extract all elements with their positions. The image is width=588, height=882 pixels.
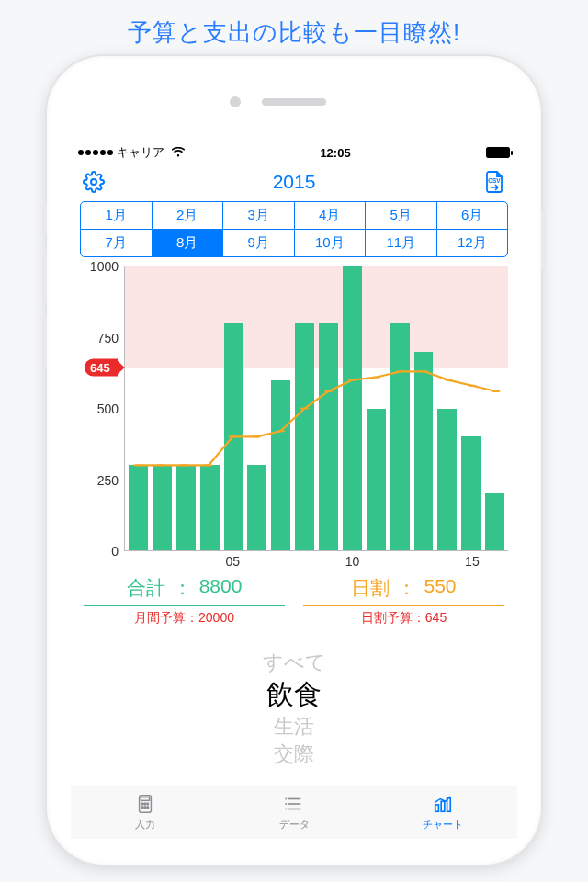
svg-text:CSV: CSV bbox=[488, 177, 501, 184]
x-tick-label: 15 bbox=[465, 554, 480, 569]
month-cell-11[interactable]: 11月 bbox=[366, 230, 437, 256]
tab-data[interactable]: データ bbox=[220, 786, 368, 839]
chart-icon bbox=[431, 794, 455, 816]
y-tick-label: 750 bbox=[97, 331, 119, 345]
year-title: 2015 bbox=[273, 171, 316, 193]
status-bar: キャリア 12:05 bbox=[71, 141, 517, 164]
svg-point-25 bbox=[147, 807, 149, 808]
carrier-label: キャリア bbox=[117, 144, 164, 161]
svg-rect-32 bbox=[435, 805, 439, 811]
svg-point-8 bbox=[277, 430, 285, 432]
svg-rect-33 bbox=[441, 801, 445, 811]
svg-point-7 bbox=[253, 435, 261, 437]
tab-label: チャート bbox=[423, 818, 463, 831]
picker-option-2[interactable]: 生活 bbox=[71, 713, 517, 741]
chart-threshold-badge: 645 bbox=[85, 359, 118, 377]
data-icon bbox=[282, 794, 306, 816]
tab-chart[interactable]: チャート bbox=[368, 786, 517, 839]
month-cell-8[interactable]: 8月 bbox=[153, 230, 224, 256]
summary-total-label: 合計 bbox=[127, 575, 165, 601]
month-cell-3[interactable]: 3月 bbox=[223, 202, 295, 229]
wifi-icon bbox=[172, 146, 185, 160]
month-segmented-control: 1月2月3月4月5月6月 7月8月9月10月11月12月 bbox=[80, 201, 508, 257]
month-cell-5[interactable]: 5月 bbox=[366, 202, 437, 229]
input-icon bbox=[133, 794, 157, 816]
summary-daily-budget-value: 645 bbox=[425, 610, 447, 625]
svg-point-0 bbox=[91, 179, 96, 185]
svg-point-13 bbox=[396, 370, 404, 372]
month-cell-10[interactable]: 10月 bbox=[295, 230, 367, 256]
phone-side-button bbox=[42, 315, 47, 370]
month-cell-2[interactable]: 2月 bbox=[153, 202, 224, 229]
svg-point-2 bbox=[132, 464, 141, 466]
svg-point-23 bbox=[141, 807, 143, 808]
summary-total: 合計：8800 月間予算：20000 bbox=[84, 575, 285, 627]
summary-daily-label: 日割 bbox=[351, 575, 390, 601]
svg-point-3 bbox=[157, 464, 165, 466]
summary-total-budget-label: 月間予算 bbox=[134, 610, 186, 625]
header: 2015 CSV bbox=[71, 164, 517, 198]
chart-area: 02505007501000 645 051015 bbox=[71, 259, 517, 551]
tab-label: 入力 bbox=[135, 818, 155, 831]
svg-point-22 bbox=[147, 803, 149, 805]
x-tick-label: 05 bbox=[225, 554, 240, 569]
month-cell-1[interactable]: 1月 bbox=[81, 202, 153, 229]
picker-option-0[interactable]: すべて bbox=[71, 649, 517, 676]
marketing-tagline: 予算と支出の比較も一目瞭然! bbox=[0, 0, 588, 56]
month-cell-7[interactable]: 7月 bbox=[81, 230, 153, 256]
svg-point-10 bbox=[324, 390, 333, 392]
y-tick-label: 250 bbox=[97, 473, 119, 488]
svg-point-4 bbox=[181, 464, 189, 466]
chart-x-axis: 051015 bbox=[125, 554, 508, 571]
svg-point-24 bbox=[144, 807, 146, 808]
svg-rect-19 bbox=[141, 797, 149, 801]
summary-daily: 日割：550 日割予算：645 bbox=[303, 575, 504, 627]
svg-point-16 bbox=[468, 385, 476, 387]
phone-side-button bbox=[42, 249, 47, 304]
phone-side-button bbox=[42, 203, 47, 236]
phone-mock: キャリア 12:05 2015 CSV 1月2月3月4月5月6月 7月8月9月1… bbox=[47, 56, 541, 865]
chart-plot[interactable]: 645 051015 bbox=[124, 266, 508, 551]
csv-export-icon[interactable]: CSV bbox=[482, 170, 506, 194]
y-tick-label: 0 bbox=[111, 544, 119, 559]
summary-total-budget-value: 20000 bbox=[198, 610, 234, 625]
summary-daily-value: 550 bbox=[424, 575, 456, 601]
signal-dots-icon bbox=[78, 150, 113, 155]
svg-point-17 bbox=[492, 390, 500, 392]
svg-point-20 bbox=[141, 803, 143, 805]
svg-point-5 bbox=[205, 464, 213, 466]
svg-point-29 bbox=[285, 798, 287, 800]
chart-trend-line bbox=[125, 266, 508, 550]
month-cell-12[interactable]: 12月 bbox=[437, 230, 508, 256]
tab-input[interactable]: 入力 bbox=[71, 786, 220, 839]
category-picker[interactable]: すべて飲食生活交際 bbox=[71, 649, 517, 768]
x-tick-label: 10 bbox=[345, 554, 360, 569]
month-cell-4[interactable]: 4月 bbox=[295, 202, 367, 229]
svg-point-6 bbox=[229, 435, 237, 437]
chart-y-axis: 02505007501000 bbox=[80, 266, 124, 551]
y-tick-label: 500 bbox=[97, 401, 119, 416]
tab-label: データ bbox=[279, 818, 310, 831]
svg-point-12 bbox=[372, 376, 380, 378]
picker-option-1[interactable]: 飲食 bbox=[71, 676, 517, 714]
y-tick-label: 1000 bbox=[90, 259, 119, 274]
svg-point-9 bbox=[300, 407, 309, 409]
svg-point-11 bbox=[348, 379, 356, 381]
screen: キャリア 12:05 2015 CSV 1月2月3月4月5月6月 7月8月9月1… bbox=[71, 141, 517, 839]
phone-side-button bbox=[541, 212, 546, 269]
gear-icon[interactable] bbox=[82, 170, 106, 194]
svg-point-21 bbox=[144, 803, 146, 805]
svg-point-30 bbox=[285, 803, 287, 805]
month-cell-9[interactable]: 9月 bbox=[223, 230, 295, 256]
picker-option-3[interactable]: 交際 bbox=[71, 741, 517, 768]
summary-total-value: 8800 bbox=[199, 575, 243, 601]
battery-icon bbox=[486, 147, 510, 158]
tab-bar: 入力データチャート bbox=[71, 786, 517, 839]
month-cell-6[interactable]: 6月 bbox=[437, 202, 508, 229]
svg-point-15 bbox=[444, 379, 452, 381]
summary-daily-budget-label: 日割予算 bbox=[361, 610, 413, 625]
svg-point-14 bbox=[420, 370, 428, 372]
clock-label: 12:05 bbox=[320, 146, 350, 160]
svg-point-31 bbox=[285, 808, 287, 810]
